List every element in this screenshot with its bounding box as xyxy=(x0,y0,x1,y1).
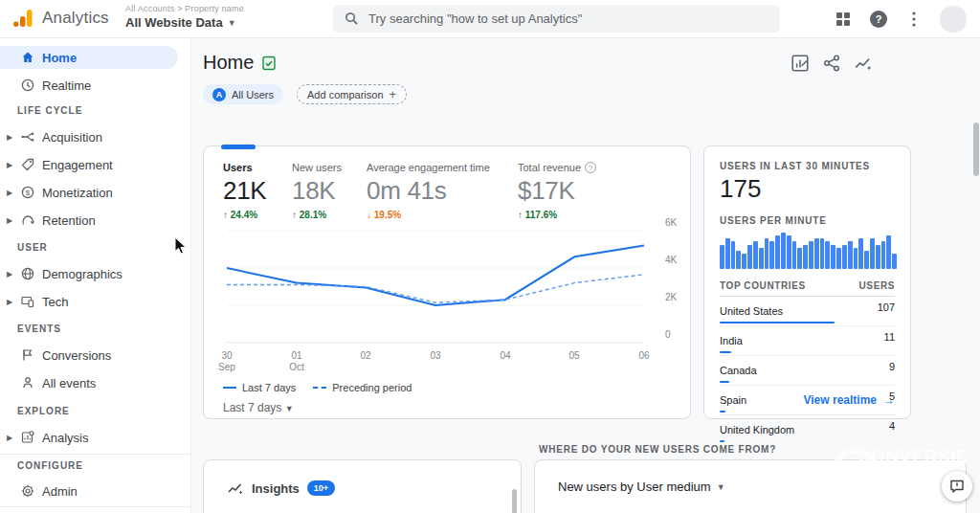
metric-new-users[interactable]: New users 18K ↑ 28.1% xyxy=(292,162,342,220)
data-quality-badge-icon[interactable] xyxy=(261,56,277,71)
insights-sparkline-icon[interactable] xyxy=(854,54,873,73)
minute-bar xyxy=(809,241,813,269)
users-30min-value: 175 xyxy=(720,174,895,204)
property-name: All Website Data xyxy=(125,15,223,30)
search-input[interactable]: Try searching "how to set up Analytics" xyxy=(333,5,780,33)
sidebar-item-demographics[interactable]: ▶ Demographics xyxy=(0,262,178,285)
x-axis-tick: 05 xyxy=(550,350,598,362)
chevron-down-icon: ▼ xyxy=(285,404,294,413)
sidebar-item-monetization[interactable]: ▶ $ Monetization xyxy=(0,181,178,204)
metric-total-revenue[interactable]: Total revenue ? $17K ↑ 117.6% xyxy=(518,162,596,220)
minute-bar xyxy=(842,245,847,269)
y-axis-tick: 4K xyxy=(665,255,677,265)
page-scrollbar-thumb[interactable] xyxy=(973,123,979,176)
acquisition-icon xyxy=(20,129,35,145)
dashed-line-swatch xyxy=(313,387,326,389)
x-axis-tick: 04 xyxy=(481,350,529,362)
expand-arrow-icon[interactable]: ▶ xyxy=(7,133,12,142)
sidebar-item-admin[interactable]: Admin xyxy=(0,480,178,502)
customize-report-icon[interactable] xyxy=(791,54,810,73)
top-app-bar: Analytics All Accounts > Property name A… xyxy=(0,0,980,38)
metric-delta: ↑ 28.1% xyxy=(292,210,342,220)
country-bar xyxy=(720,351,731,353)
minute-bar xyxy=(848,241,853,269)
minute-bar xyxy=(759,248,764,269)
minute-bar xyxy=(814,238,819,269)
add-comparison-chip[interactable]: Add comparison + xyxy=(297,84,407,104)
metric-delta: ↑ 24.4% xyxy=(223,210,266,220)
sidebar-item-retention[interactable]: ▶ Retention xyxy=(0,209,178,232)
chart-legend: Last 7 days Preceding period xyxy=(223,382,412,393)
minute-bar xyxy=(792,241,797,269)
minute-bar xyxy=(797,248,802,269)
new-users-section-label: WHERE DO YOUR NEW USERS COME FROM? xyxy=(539,444,776,455)
sidebar-item-home[interactable]: Home xyxy=(0,46,178,69)
users-per-minute-label: USERS PER MINUTE xyxy=(720,215,895,226)
x-axis-tick: 02 xyxy=(342,350,390,362)
expand-arrow-icon[interactable]: ▶ xyxy=(7,298,12,306)
help-icon[interactable]: ? xyxy=(869,10,888,29)
expand-arrow-icon[interactable]: ▶ xyxy=(7,189,12,197)
account-property-selector[interactable]: All Accounts > Property name All Website… xyxy=(125,4,244,30)
new-users-card: New users by User medium ▼ xyxy=(534,459,967,513)
expand-arrow-icon[interactable]: ▶ xyxy=(7,270,12,279)
minute-bar xyxy=(781,233,786,269)
metric-avg-engagement-time[interactable]: Average engagement time 0m 41s ↓ 19.5% xyxy=(367,162,490,220)
minute-bar xyxy=(787,235,791,269)
breadcrumb: All Accounts > Property name xyxy=(125,4,244,13)
minute-bar xyxy=(753,241,758,269)
minute-bar xyxy=(886,235,891,269)
new-users-dimension-picker[interactable]: New users by User medium ▼ xyxy=(535,460,966,494)
sidebar-section-events: EVENTS xyxy=(17,323,61,334)
minute-bar xyxy=(831,245,835,269)
country-bar xyxy=(720,381,729,383)
table-row[interactable]: Canada 9 xyxy=(720,356,895,386)
countries-table-header: TOP COUNTRIES USERS xyxy=(720,280,895,297)
minute-bar xyxy=(858,238,863,269)
sidebar-item-conversions[interactable]: Conversions xyxy=(0,344,178,367)
sidebar-item-realtime[interactable]: Realtime xyxy=(0,74,178,97)
minute-bar xyxy=(720,245,724,269)
metric-users[interactable]: Users 21K ↑ 24.4% xyxy=(223,162,266,220)
expand-arrow-icon[interactable]: ▶ xyxy=(7,216,12,225)
google-apps-grid-icon[interactable] xyxy=(834,10,853,29)
minute-bar xyxy=(765,238,769,269)
view-realtime-link[interactable]: View realtime → xyxy=(804,393,896,407)
date-range-picker[interactable]: Last 7 days ▼ xyxy=(223,401,294,414)
feedback-button[interactable] xyxy=(942,471,972,502)
help-icon[interactable]: ? xyxy=(585,162,596,173)
minute-bar xyxy=(881,241,886,269)
sidebar-item-tech[interactable]: ▶ Tech xyxy=(0,290,178,313)
minute-bar xyxy=(854,248,858,269)
sidebar-item-acquisition[interactable]: ▶ Acquisition xyxy=(0,125,178,148)
sidebar-item-analysis[interactable]: ▶ Analysis xyxy=(0,426,178,449)
retention-icon xyxy=(20,212,35,228)
sidebar-item-all-events[interactable]: All events xyxy=(0,371,178,394)
sidebar-divider xyxy=(0,506,191,507)
table-row[interactable]: United States 107 xyxy=(720,297,895,326)
expand-arrow-icon[interactable]: ▶ xyxy=(7,161,12,169)
avatar[interactable] xyxy=(940,6,967,33)
table-row[interactable]: India 11 xyxy=(720,326,895,356)
insights-scrollbar[interactable] xyxy=(512,489,517,513)
minute-bar xyxy=(803,245,808,269)
more-options-kebab-icon[interactable] xyxy=(904,10,924,29)
chevron-down-icon: ▼ xyxy=(717,482,725,492)
table-row[interactable]: United Kingdom 4 xyxy=(720,415,895,444)
share-icon[interactable] xyxy=(822,54,841,73)
analytics-logo-icon xyxy=(11,7,34,30)
feedback-icon xyxy=(949,479,965,494)
expand-arrow-icon[interactable]: ▶ xyxy=(7,434,12,442)
users-30min-label: USERS IN LAST 30 MINUTES xyxy=(720,161,895,171)
x-axis-tick: 30Sep xyxy=(203,350,251,373)
users-col-label: USERS xyxy=(859,280,895,291)
x-axis-tick: 06 xyxy=(620,350,668,362)
analytics-logo[interactable]: Analytics xyxy=(11,7,109,30)
tech-devices-icon xyxy=(20,294,35,309)
minute-bar xyxy=(870,238,875,269)
svg-text:?: ? xyxy=(876,13,882,25)
sidebar-item-engagement[interactable]: ▶ Engagement xyxy=(0,153,178,176)
all-users-segment-chip[interactable]: A All Users xyxy=(203,84,283,104)
insights-count-badge[interactable]: 10+ xyxy=(307,480,335,496)
clock-icon xyxy=(20,78,35,93)
